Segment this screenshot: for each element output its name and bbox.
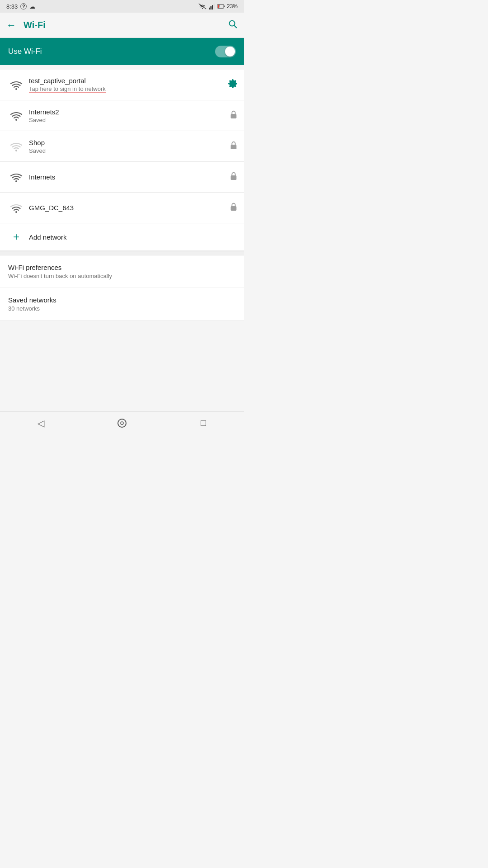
wifi-banner[interactable]: Use Wi-Fi [0,38,244,65]
svg-rect-7 [218,5,219,8]
network-info: Internets [29,173,226,181]
network-right [230,141,238,152]
saved-networks-item[interactable]: Saved networks 30 networks [0,288,244,321]
network-info: GMG_DC_643 [29,204,226,212]
svg-rect-1 [209,8,210,9]
list-item[interactable]: Shop Saved [0,131,244,162]
pref-subtitle: 30 networks [8,305,236,312]
page-title: Wi-Fi [23,20,228,30]
list-item[interactable]: GMG_DC_643 [0,193,244,223]
svg-point-12 [15,119,17,121]
app-bar: ← Wi-Fi [0,13,244,38]
preferences-section: Wi-Fi preferences Wi-Fi doesn't turn bac… [0,255,244,321]
network-name: Shop [29,139,226,146]
list-item[interactable]: test_captive_portal Tap here to sign in … [0,70,244,100]
svg-point-21 [121,422,123,425]
wifi-signal-icon [6,111,26,121]
svg-rect-19 [231,206,237,211]
wifi-signal-icon [6,142,26,151]
lock-icon [230,110,238,121]
cloud-icon: ☁ [29,3,35,10]
svg-point-16 [15,180,17,182]
svg-rect-3 [212,5,213,9]
network-status: Tap here to sign in to network [29,85,219,93]
svg-point-20 [118,419,126,427]
list-item[interactable]: Internets [0,162,244,193]
pref-title: Saved networks [8,296,236,304]
lock-icon [230,202,238,213]
network-status: Saved [29,147,226,154]
status-bar: 8:33 ? ☁ 23% [0,0,244,13]
wifi-signal-icon [6,80,26,90]
search-button[interactable] [228,19,238,31]
wifi-signal-icon [6,172,26,182]
back-nav-button[interactable]: ◁ [32,414,50,432]
wifi-toggle[interactable] [215,46,236,57]
svg-rect-2 [210,6,211,9]
network-right [223,77,238,93]
network-name: Internets [29,173,226,181]
wifi-preferences-item[interactable]: Wi-Fi preferences Wi-Fi doesn't turn bac… [0,255,244,288]
section-divider [0,251,244,255]
recent-nav-button[interactable]: □ [194,414,212,432]
lock-icon [230,171,238,183]
network-right [230,202,238,213]
wifi-x-icon [198,3,206,9]
battery-percent: 23% [227,3,238,9]
vertical-divider [223,77,223,93]
svg-rect-13 [231,114,237,118]
network-name: GMG_DC_643 [29,204,226,212]
pref-title: Wi-Fi preferences [8,264,236,271]
add-icon-wrap: + [6,231,26,243]
content-area: Use Wi-Fi test_captive_portal Tap here t… [0,38,244,411]
status-time: 8:33 [6,3,18,10]
status-right: 23% [198,3,238,9]
network-list: test_captive_portal Tap here to sign in … [0,70,244,251]
svg-rect-4 [213,4,215,9]
status-left: 8:33 ? ☁ [6,3,35,10]
nav-bar: ◁ □ [0,411,244,434]
list-item[interactable]: Internets2 Saved [0,100,244,131]
network-info: Shop Saved [29,139,226,154]
plus-icon: + [13,231,19,243]
network-right [230,171,238,183]
gear-icon[interactable] [228,79,238,91]
svg-line-10 [234,25,236,28]
svg-point-14 [15,150,17,151]
network-name: Internets2 [29,108,226,116]
network-info: test_captive_portal Tap here to sign in … [29,77,219,93]
toggle-knob [225,47,235,57]
back-button[interactable]: ← [6,19,16,31]
add-network-item[interactable]: + Add network [0,223,244,251]
svg-rect-15 [231,145,237,149]
lock-icon [230,141,238,152]
signal-icon [209,3,215,9]
svg-point-0 [202,8,203,9]
network-name: test_captive_portal [29,77,219,85]
svg-point-11 [15,88,17,90]
wifi-signal-icon [6,203,26,213]
add-network-label: Add network [29,233,66,241]
home-nav-button[interactable] [113,414,131,432]
svg-rect-17 [231,175,237,180]
svg-point-18 [15,211,17,213]
svg-rect-6 [224,5,225,7]
network-info: Internets2 Saved [29,108,226,123]
network-status: Saved [29,117,226,123]
unknown-icon: ? [20,3,27,9]
use-wifi-label: Use Wi-Fi [8,47,42,56]
pref-subtitle: Wi-Fi doesn't turn back on automatically [8,273,236,279]
network-right [230,110,238,121]
battery-icon [217,3,225,9]
